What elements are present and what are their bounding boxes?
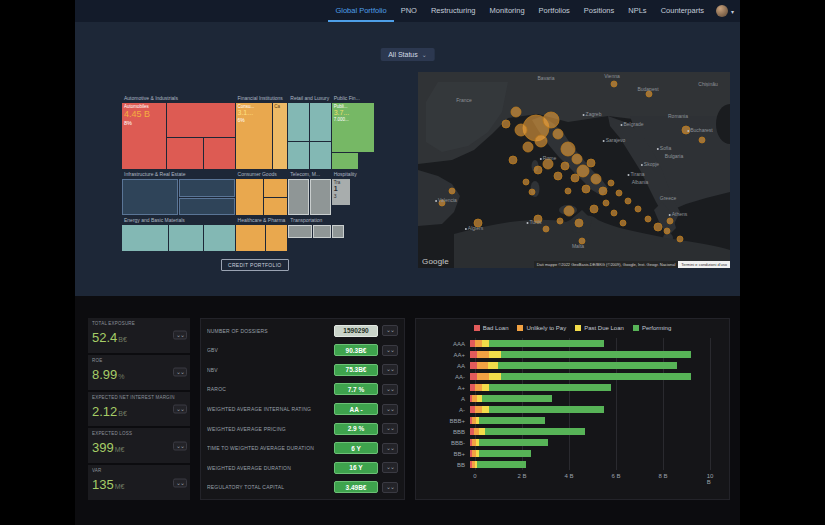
treemap-tile[interactable] (288, 225, 312, 238)
map-marker[interactable] (502, 120, 510, 128)
nav-tab-monitoring[interactable]: Monitoring (483, 0, 532, 22)
expand-icon[interactable]: ⌄⌄ (382, 462, 398, 473)
expand-icon[interactable]: ⌄⌄ (382, 482, 398, 493)
treemap-tile-travel[interactable]: Tra 1 3 (332, 179, 350, 205)
kpi-card-var[interactable]: VAR135M€⌄⌄ (88, 465, 190, 500)
map-marker[interactable] (591, 174, 601, 184)
map-marker[interactable] (667, 218, 673, 224)
nav-tab-pno[interactable]: PNO (394, 0, 424, 22)
treemap-tile[interactable] (179, 179, 235, 197)
map-marker[interactable] (564, 206, 574, 216)
map-marker[interactable] (582, 185, 590, 193)
treemap-tile-automobiles[interactable]: Automobiles 4.45 B 8% (122, 103, 166, 169)
status-filter-dropdown[interactable]: All Status ⌄ (380, 48, 435, 61)
nav-tab-positions[interactable]: Positions (577, 0, 621, 22)
map-marker[interactable] (561, 142, 575, 156)
map-marker[interactable] (616, 190, 622, 196)
map-marker[interactable] (654, 223, 662, 231)
legend-item-past-due-loan[interactable]: Past Due Loan (575, 325, 624, 331)
kpi-card-expected-loss[interactable]: EXPECTED LOSS399M€⌄⌄ (88, 428, 190, 463)
map-marker[interactable] (561, 162, 569, 170)
expand-icon[interactable]: ⌄⌄ (382, 443, 398, 454)
treemap-tile[interactable] (236, 179, 263, 215)
treemap-tile[interactable] (167, 138, 203, 169)
treemap-tile[interactable] (122, 225, 168, 251)
expand-icon[interactable]: ⌄⌄ (382, 423, 398, 434)
map-marker[interactable] (599, 187, 607, 195)
user-avatar[interactable] (716, 5, 728, 17)
treemap-tile[interactable] (264, 179, 288, 197)
treemap-tile[interactable] (204, 138, 234, 169)
expand-icon[interactable]: ⌄⌄ (173, 368, 187, 377)
map-marker[interactable] (611, 81, 617, 87)
expand-icon[interactable]: ⌄⌄ (382, 384, 398, 395)
map-marker[interactable] (664, 228, 670, 234)
map-marker[interactable] (625, 198, 631, 204)
user-menu[interactable]: ▾ (716, 0, 734, 22)
map-marker[interactable] (572, 154, 582, 164)
nav-tab-counterparts[interactable]: Counterparts (654, 0, 711, 22)
treemap-tile[interactable] (264, 198, 288, 216)
map-marker[interactable] (620, 220, 626, 226)
map-marker[interactable] (511, 107, 521, 117)
map-marker[interactable] (575, 219, 583, 227)
expand-icon[interactable]: ⌄⌄ (173, 478, 187, 487)
map-marker[interactable] (509, 156, 517, 164)
treemap-tile[interactable] (167, 103, 235, 137)
map-marker[interactable] (571, 174, 579, 182)
map-marker[interactable] (590, 205, 598, 213)
legend-item-bad-loan[interactable]: Bad Loan (474, 325, 509, 331)
map-marker[interactable] (553, 129, 563, 139)
kpi-card-roe[interactable]: ROE8.99%⌄⌄ (88, 355, 190, 390)
map-marker[interactable] (603, 200, 609, 206)
map-marker[interactable] (529, 189, 535, 195)
treemap-tile[interactable] (288, 179, 309, 215)
map-marker[interactable] (635, 206, 641, 212)
treemap-tile[interactable] (236, 225, 266, 251)
treemap-tile[interactable] (310, 103, 331, 141)
expand-icon[interactable]: ⌄⌄ (382, 345, 398, 356)
treemap-tile[interactable] (288, 103, 309, 141)
legend-item-unlikely-to-pay[interactable]: Unlikely to Pay (517, 325, 566, 331)
map-marker[interactable] (699, 137, 705, 143)
map-marker[interactable] (608, 180, 614, 186)
map-marker[interactable] (534, 166, 542, 174)
treemap-tile-consumer-finance[interactable]: Consu... 3.1... 6% (236, 103, 273, 169)
map-marker[interactable] (523, 179, 529, 185)
nav-tab-restructuring[interactable]: Restructuring (424, 0, 483, 22)
expand-icon[interactable]: ⌄⌄ (382, 364, 398, 375)
map-marker[interactable] (645, 216, 651, 222)
map-marker[interactable] (611, 210, 617, 216)
treemap-tile-public[interactable]: Publi... 3.7... 7.000... (332, 103, 374, 152)
nav-tab-npls[interactable]: NPLs (621, 0, 653, 22)
map-marker[interactable] (449, 188, 455, 194)
map-marker[interactable] (565, 188, 571, 194)
nav-tab-global-portfolio[interactable]: Global Portfolio (328, 0, 393, 22)
map-marker[interactable] (677, 236, 683, 242)
expand-icon[interactable]: ⌄⌄ (173, 441, 187, 450)
expand-icon[interactable]: ⌄⌄ (173, 331, 187, 340)
expand-icon[interactable]: ⌄⌄ (382, 325, 398, 336)
expand-icon[interactable]: ⌄⌄ (173, 404, 187, 413)
treemap-tile[interactable] (122, 179, 178, 215)
map-marker[interactable] (554, 172, 562, 180)
map-marker[interactable] (535, 135, 547, 147)
map-marker[interactable] (577, 165, 589, 177)
map-terms-link[interactable]: Termini e condizioni d'uso (678, 261, 730, 268)
map-marker[interactable] (587, 159, 595, 167)
credit-portfolio-button[interactable]: CREDIT PORTFOLIO (221, 259, 289, 271)
map-marker[interactable] (523, 142, 533, 152)
map-marker[interactable] (543, 226, 549, 232)
treemap-tile[interactable] (266, 225, 287, 251)
treemap-tile[interactable] (332, 153, 358, 169)
kpi-card-total-exposure[interactable]: TOTAL EXPOSURE52.4B€⌄⌄ (88, 318, 190, 353)
treemap-tile[interactable] (310, 179, 331, 215)
map-marker[interactable] (543, 112, 559, 128)
expand-icon[interactable]: ⌄⌄ (382, 404, 398, 415)
map[interactable]: Google Dati mappe ©2022 GeoBasis-DE/BKG … (418, 72, 730, 268)
treemap-tile[interactable] (169, 225, 203, 251)
treemap-tile[interactable] (310, 142, 331, 169)
treemap-tile[interactable] (313, 225, 331, 238)
map-marker[interactable] (515, 124, 527, 136)
treemap-tile[interactable] (179, 198, 235, 216)
